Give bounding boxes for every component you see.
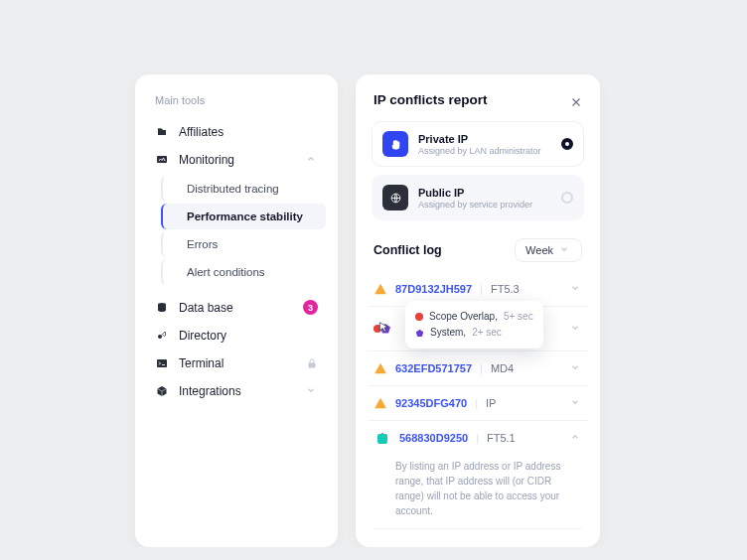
log-row-hovered[interactable]: Scope Overlap, 5+ sec System, 2+ sec [368,307,588,351]
close-icon[interactable] [570,94,582,106]
sidebar-item-alert-conditions[interactable]: Alert conditions [161,259,326,285]
sidebar-section-title: Main tools [155,94,326,106]
sidebar: Main tools Affiliates Monitoring Distrib… [135,74,338,547]
sidebar-item-label: Directory [179,329,226,343]
svg-rect-4 [309,363,316,368]
log-row-expanded[interactable]: 568830D9250 | FT5.1 [368,421,588,455]
monitoring-icon [155,153,169,167]
tooltip-label: System, [430,325,466,341]
chevron-up-icon [570,432,582,444]
option-public-ip[interactable]: Public IP Assigned by service provider [372,175,584,220]
chevron-down-icon [306,385,318,397]
option-title: Public IP [418,187,551,199]
sidebar-item-affiliates[interactable]: Affiliates [147,118,326,146]
warning-icon [374,282,387,296]
chevron-up-icon [306,154,318,166]
log-row[interactable]: 92345DFG470 | IP [368,386,588,421]
chevron-down-icon [570,362,582,374]
radio-unselected[interactable] [561,192,573,204]
sidebar-item-label: Monitoring [179,153,234,167]
teal-badge-icon [377,434,387,444]
warning-icon [374,361,387,375]
ip-conflicts-panel: IP conflicts report Private IP Assigned … [356,74,600,547]
sidebar-item-label: Data base [179,301,233,315]
database-icon [155,301,169,315]
poly-icon-group [374,431,391,445]
sidebar-item-integrations[interactable]: Integrations [147,377,326,405]
chevron-down-icon [570,397,582,409]
radio-selected[interactable] [561,138,573,150]
terminal-icon [155,356,169,370]
option-title: Private IP [418,133,551,145]
log-meta: MD4 [491,362,514,374]
sidebar-item-errors[interactable]: Errors [161,231,326,257]
svg-point-2 [158,335,162,339]
sidebar-item-terminal[interactable]: Terminal [147,350,326,377]
log-description: By listing an IP address or IP address r… [368,455,588,522]
tooltip-pentagon-icon [415,329,424,338]
hand-icon [382,131,408,157]
log-title: Conflict log [374,243,442,257]
log-meta: IP [486,397,496,409]
log-code: 632EFD571757 [395,362,472,374]
log-row[interactable]: 632EFD571757 | MD4 [368,351,588,386]
pentagon-icon [379,323,391,335]
log-meta: FT5.3 [491,283,520,295]
warning-icon [374,396,387,410]
log-code: 568830D9250 [399,432,468,444]
sidebar-item-database[interactable]: Data base 3 [147,293,326,322]
monitoring-subitems: Distributed tracing Performance stabilit… [147,176,326,285]
tooltip-time: 2+ sec [472,325,502,341]
tooltip-time: 5+ sec [504,309,533,325]
chevron-down-icon [559,244,571,256]
log-code: 87D9132JH597 [395,283,472,295]
tooltip: Scope Overlap, 5+ sec System, 2+ sec [405,301,543,349]
chevron-down-icon [570,323,582,335]
cube-icon [155,384,169,398]
sidebar-item-distributed-tracing[interactable]: Distributed tracing [161,176,326,202]
affiliates-icon [155,125,169,139]
tooltip-dot [415,313,423,321]
log-meta: FT5.1 [487,432,516,444]
lock-icon [306,357,318,369]
option-private-ip[interactable]: Private IP Assigned by LAN administrator [372,121,584,167]
option-subtitle: Assigned by LAN administrator [418,146,551,156]
range-label: Week [525,244,553,256]
svg-rect-3 [157,359,167,367]
sidebar-item-label: Terminal [179,356,224,370]
sidebar-item-performance-stability[interactable]: Performance stability [161,204,326,229]
range-selector[interactable]: Week [515,238,582,262]
chevron-down-icon [570,283,582,295]
panel-title: IP conflicts report [374,92,488,107]
log-code: 92345DFG470 [395,397,467,409]
sidebar-item-label: Integrations [179,384,241,398]
sidebar-item-directory[interactable]: Directory [147,322,326,350]
tooltip-label: Scope Overlap, [429,309,498,325]
sidebar-item-monitoring[interactable]: Monitoring [147,146,326,174]
sidebar-item-label: Affiliates [179,125,224,139]
svg-rect-0 [157,156,167,163]
globe-icon [382,185,408,210]
key-icon [155,329,169,343]
option-subtitle: Assigned by service provider [418,200,551,210]
notification-badge: 3 [303,300,318,315]
